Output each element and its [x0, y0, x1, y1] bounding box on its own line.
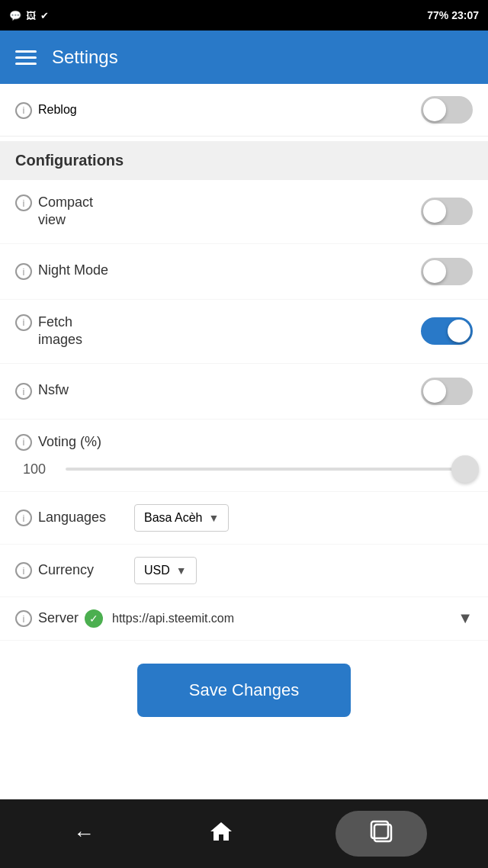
whatsapp-icon: 💬 — [9, 10, 21, 21]
menu-button[interactable] — [15, 50, 37, 65]
languages-dropdown-arrow: ▼ — [209, 512, 220, 524]
languages-info-icon[interactable]: i — [15, 510, 32, 526]
reblog-label-group: i Reblog — [15, 101, 77, 119]
voting-slider-thumb[interactable] — [451, 455, 479, 483]
voting-label: i Voting (%) — [15, 433, 473, 451]
currency-row: i Currency USD ▼ — [0, 545, 488, 597]
voting-info-icon[interactable]: i — [15, 434, 32, 451]
back-icon: ← — [73, 821, 95, 846]
page-title: Settings — [52, 47, 118, 68]
home-button[interactable] — [198, 811, 244, 857]
status-info: 77% 23:07 — [427, 9, 479, 21]
languages-label: i Languages — [15, 509, 122, 526]
status-icons: 💬 🖼 ✔ — [9, 10, 49, 21]
night-mode-info-icon[interactable]: i — [15, 263, 32, 280]
header: Settings — [0, 31, 488, 84]
currency-label: i Currency — [15, 561, 122, 579]
nsfw-label: i Nsfw — [15, 382, 421, 400]
voting-slider-track[interactable] — [66, 468, 465, 471]
save-section: Save Changes — [0, 641, 488, 740]
languages-select[interactable]: Basa Acèh ▼ — [134, 504, 229, 532]
night-mode-row: i Night Mode — [0, 244, 488, 300]
reblog-row: i Reblog — [0, 84, 488, 137]
night-mode-label: i Night Mode — [15, 262, 421, 280]
night-mode-toggle[interactable] — [421, 258, 473, 285]
bottom-nav: ← — [0, 799, 488, 868]
voting-slider-container: 100 — [15, 461, 473, 477]
server-valid-badge: ✓ — [85, 609, 103, 628]
compact-view-label: i Compactview — [15, 194, 421, 230]
home-icon — [209, 819, 233, 849]
languages-selected-value: Basa Acèh — [144, 511, 203, 525]
configurations-header: Configurations — [0, 141, 488, 180]
fetch-images-info-icon[interactable]: i — [15, 314, 32, 331]
svg-marker-0 — [210, 822, 232, 841]
server-row: i Server ✓ https://api.steemit.com ▼ — [0, 597, 488, 641]
voting-value: 100 — [23, 461, 53, 477]
image-icon: 🖼 — [26, 10, 36, 21]
currency-select[interactable]: USD ▼ — [134, 557, 197, 584]
status-bar: 💬 🖼 ✔ 77% 23:07 — [0, 0, 488, 31]
voting-row: i Voting (%) 100 — [0, 420, 488, 492]
reblog-label: Reblog — [38, 103, 77, 117]
back-button[interactable]: ← — [61, 811, 107, 857]
currency-info-icon[interactable]: i — [15, 562, 32, 579]
compact-info-icon[interactable]: i — [15, 194, 32, 211]
save-changes-button[interactable]: Save Changes — [137, 664, 351, 717]
reblog-toggle[interactable] — [421, 96, 473, 124]
recent-icon — [370, 820, 393, 848]
time: 23:07 — [451, 9, 479, 21]
battery-percent: 77% — [427, 9, 448, 21]
languages-row: i Languages Basa Acèh ▼ — [0, 492, 488, 545]
reblog-info-icon[interactable]: i — [15, 102, 32, 119]
fetch-images-row: i Fetchimages — [0, 300, 488, 364]
nsfw-info-icon[interactable]: i — [15, 383, 32, 400]
fetch-images-toggle[interactable] — [421, 317, 473, 345]
currency-selected-value: USD — [144, 564, 170, 577]
server-dropdown-arrow[interactable]: ▼ — [458, 609, 473, 627]
nsfw-toggle[interactable] — [421, 378, 473, 405]
check-icon: ✔ — [40, 10, 49, 21]
nsfw-row: i Nsfw — [0, 364, 488, 420]
recent-button[interactable] — [336, 811, 427, 857]
compact-view-toggle[interactable] — [421, 198, 473, 225]
server-url: https://api.steemit.com — [112, 612, 448, 625]
server-info-icon[interactable]: i — [15, 610, 32, 627]
fetch-images-label: i Fetchimages — [15, 313, 421, 349]
currency-dropdown-arrow: ▼ — [176, 564, 187, 577]
compact-view-row: i Compactview — [0, 180, 488, 244]
server-label-group: i Server ✓ — [15, 609, 103, 628]
